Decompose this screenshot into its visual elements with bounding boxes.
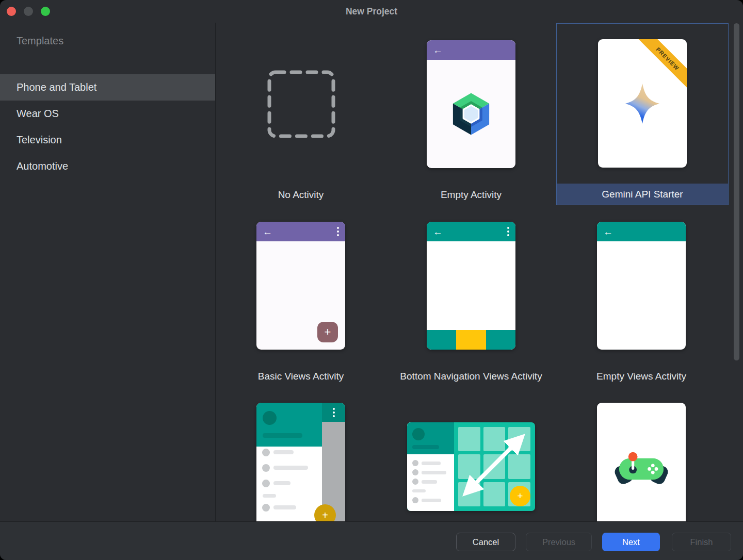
back-arrow-icon: ←: [433, 227, 443, 237]
jetpack-compose-logo-icon: [451, 91, 491, 137]
gallery-scrollbar[interactable]: [734, 23, 739, 360]
previous-button[interactable]: Previous: [526, 533, 592, 551]
template-label: Basic Views Activity: [216, 370, 386, 383]
drawer-header: [256, 403, 322, 447]
sidebar-header: Templates: [17, 35, 63, 47]
sidebar-item-wear-os[interactable]: Wear OS: [0, 101, 215, 127]
gemini-star-icon: [624, 82, 661, 125]
template-label: Bottom Navigation Views Activity: [386, 370, 556, 383]
template-gallery: No Activity ←: [216, 23, 743, 521]
dialog-footer: Cancel Previous Next Finish: [0, 521, 743, 560]
overflow-menu-icon: [507, 227, 509, 236]
overflow-menu-icon: [333, 408, 335, 417]
template-game-activity[interactable]: [597, 403, 686, 521]
template-label: No Activity: [216, 189, 386, 201]
template-label: Empty Views Activity: [556, 370, 726, 383]
game-controller-icon: [615, 447, 668, 487]
template-gemini-api-starter-selected[interactable]: PREVIEW Gemini API Starter: [556, 23, 729, 205]
template-label: Empty Activity: [386, 189, 556, 201]
fab-plus-icon: +: [510, 486, 530, 506]
templates-sidebar: Templates Phone and Tablet Wear OS Telev…: [0, 23, 215, 521]
overflow-menu-icon: [337, 227, 339, 236]
back-arrow-icon: ←: [433, 45, 443, 55]
bottom-nav-bar: [427, 330, 515, 350]
avatar-circle-icon: [412, 428, 425, 440]
template-responsive-views-activity[interactable]: +: [407, 422, 535, 511]
new-project-dialog: New Project Templates Phone and Tablet W…: [0, 0, 743, 560]
selected-template-label: Gemini API Starter: [557, 184, 728, 205]
gemini-thumbnail: PREVIEW: [598, 39, 687, 168]
responsive-header: [407, 422, 454, 454]
sidebar-item-television[interactable]: Television: [0, 127, 215, 153]
window-title: New Project: [0, 0, 743, 23]
template-navigation-drawer-views-activity[interactable]: +: [256, 403, 345, 521]
cancel-button[interactable]: Cancel: [456, 533, 515, 551]
empty-views-thumbnail: ←: [597, 222, 686, 350]
dashed-placeholder-icon: [267, 70, 336, 139]
basic-views-thumbnail: ← +: [256, 222, 345, 350]
back-arrow-icon: ←: [263, 227, 272, 237]
empty-activity-thumbnail: ←: [427, 40, 515, 168]
drawer-appbar: [322, 403, 345, 422]
sidebar-item-phone-and-tablet[interactable]: Phone and Tablet: [0, 74, 215, 101]
bottom-nav-thumbnail: ←: [427, 222, 515, 350]
titlebar: New Project: [0, 0, 743, 23]
avatar-circle-icon: [263, 411, 277, 425]
next-button[interactable]: Next: [602, 533, 660, 551]
finish-button[interactable]: Finish: [672, 533, 731, 551]
fab-plus-icon: +: [317, 322, 338, 342]
sidebar-item-automotive[interactable]: Automotive: [0, 153, 215, 179]
back-arrow-icon: ←: [603, 227, 613, 237]
sidebar-list: Phone and Tablet Wear OS Television Auto…: [0, 74, 215, 179]
